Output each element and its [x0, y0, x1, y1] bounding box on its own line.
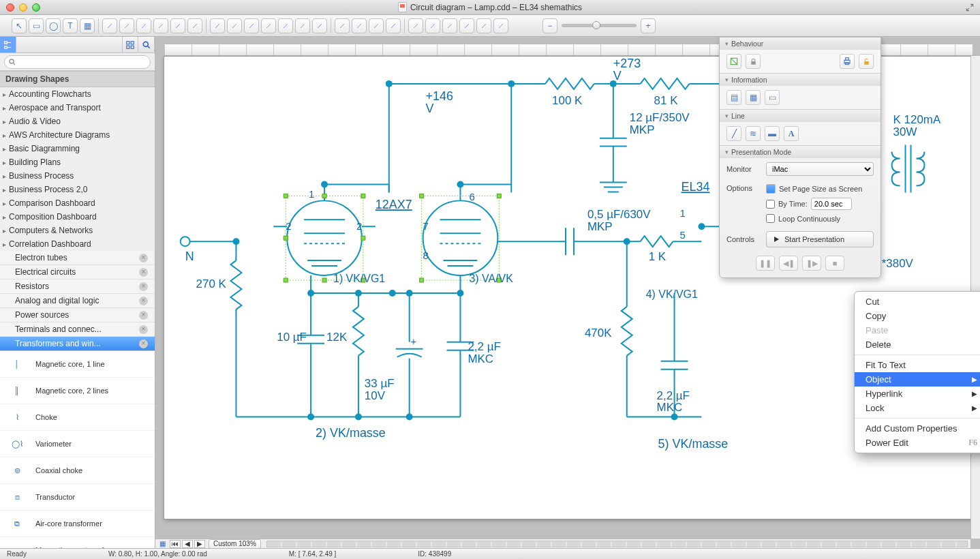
library-item[interactable]: Resistors× [0, 280, 155, 294]
line-color-icon[interactable]: ▬ [765, 126, 780, 141]
shape-item[interactable]: ⌇Choke [0, 404, 155, 431]
shape-item[interactable]: ⧉Magnetic-core transformer [0, 537, 155, 548]
tool-rectangle[interactable]: ▭ [29, 18, 44, 33]
category-item[interactable]: Basic Diagramming [0, 142, 155, 155]
shape-item[interactable]: ⧈Transductor [0, 484, 155, 511]
tool-crop[interactable]: ⟋ [459, 18, 474, 33]
sidebar-tab-tree[interactable] [0, 37, 16, 52]
prev-slide-button[interactable]: ◀❚ [779, 256, 798, 271]
lock-icon[interactable] [746, 54, 761, 69]
info-page-icon[interactable]: ▤ [726, 90, 741, 105]
stop-button[interactable]: ■ [825, 256, 844, 271]
close-library-icon[interactable]: × [139, 254, 148, 262]
menu-item-cut[interactable]: Cut [855, 294, 980, 309]
next-slide-button[interactable]: ❚▶ [802, 256, 821, 271]
minimize-window-button[interactable] [19, 3, 27, 12]
menu-item-object[interactable]: Object▶ [855, 372, 980, 387]
close-library-icon[interactable]: × [139, 339, 148, 348]
zoom-in-icon[interactable]: + [641, 18, 656, 33]
category-item[interactable]: Business Process 2,0 [0, 183, 155, 196]
sidebar-tab-grid[interactable] [122, 37, 138, 52]
fullscreen-icon[interactable] [965, 3, 975, 12]
tool-ungroup[interactable]: ⟋ [386, 18, 401, 33]
text-style-icon[interactable]: A [784, 126, 799, 141]
zoom-window-button[interactable] [32, 3, 40, 12]
library-search-input[interactable] [4, 55, 151, 69]
library-item[interactable]: Power sources× [0, 308, 155, 322]
page-first-button[interactable]: ⏮ [170, 540, 181, 548]
library-item[interactable]: Electrical circuits× [0, 265, 155, 280]
close-library-icon[interactable]: × [139, 325, 148, 334]
page-tabs-icon[interactable]: ▦ [155, 540, 169, 547]
line-weight-icon[interactable]: ≋ [746, 126, 761, 141]
category-item[interactable]: Composition Dashboard [0, 210, 155, 224]
shape-item[interactable]: │Magnetic core, 1 line [0, 351, 155, 378]
opt-page-size[interactable]: Set Page Size as Screen [766, 184, 862, 194]
tube-12ax7-left[interactable]: 1 2 2 [273, 184, 376, 282]
close-library-icon[interactable]: × [139, 311, 148, 320]
tool-connector-bezier[interactable]: ⟋ [187, 18, 202, 33]
tool-connector-rounded[interactable]: ⟋ [170, 18, 185, 33]
menu-item-power-edit[interactable]: Power EditF6 [855, 436, 980, 450]
tool-bring-front[interactable]: ⟋ [335, 18, 350, 33]
tool-connector-curve[interactable]: ⟋ [136, 18, 151, 33]
library-item[interactable]: Transformers and win...× [0, 337, 155, 350]
start-presentation-button[interactable]: Start Presentation [766, 231, 874, 247]
panel-section-information[interactable]: Information [720, 74, 881, 86]
tool-freehand[interactable]: ⟋ [295, 18, 310, 33]
tool-line[interactable]: ⟋ [210, 18, 225, 33]
category-item[interactable]: Accounting Flowcharts [0, 87, 155, 101]
shape-item[interactable]: ⊚Coaxial choke [0, 457, 155, 484]
tool-spline[interactable]: ⟋ [244, 18, 259, 33]
zoom-out-icon[interactable]: − [542, 18, 557, 33]
behaviour-resize-icon[interactable] [726, 54, 741, 69]
page-prev-button[interactable]: ◀ [182, 540, 193, 548]
tool-connector-smart[interactable]: ⟋ [102, 18, 117, 33]
tool-curve[interactable]: ⟋ [261, 18, 276, 33]
tool-ellipse[interactable]: ◯ [46, 18, 61, 33]
tool-arc[interactable]: ⟋ [227, 18, 242, 33]
panel-section-line[interactable]: Line [720, 110, 881, 122]
menu-item-hyperlink[interactable]: Hyperlink▶ [855, 387, 980, 401]
tool-dimension[interactable]: ⟋ [476, 18, 491, 33]
category-item[interactable]: Building Plans [0, 155, 155, 169]
category-item[interactable]: Audio & Video [0, 115, 155, 128]
opt-loop[interactable]: Loop Continuously [766, 214, 862, 223]
tool-polyline[interactable]: ⟋ [278, 18, 293, 33]
menu-item-lock[interactable]: Lock▶ [855, 401, 980, 415]
tool-group[interactable]: ⟋ [369, 18, 384, 33]
tool-send-back[interactable]: ⟋ [352, 18, 367, 33]
shape-item[interactable]: ◯⌇Variometer [0, 431, 155, 457]
tool-pan[interactable]: ⟋ [442, 18, 457, 33]
tool-pointer[interactable]: ↖ [12, 18, 27, 33]
category-item[interactable]: Computers & Networks [0, 224, 155, 237]
print-icon[interactable] [840, 54, 855, 69]
tool-connector-direct[interactable]: ⟋ [119, 18, 134, 33]
zoom-readout[interactable]: Custom 103% [209, 539, 261, 549]
shape-item[interactable]: ⧉Air-core transformer [0, 511, 155, 537]
category-item[interactable]: Business Process [0, 169, 155, 183]
library-item[interactable]: Electron tubes× [0, 251, 155, 265]
library-item[interactable]: Terminals and connec...× [0, 322, 155, 337]
menu-item-add-custom-properties[interactable]: Add Custom Properties [855, 421, 980, 436]
monitor-select[interactable]: iMac [766, 162, 874, 176]
page-next-button[interactable]: ▶ [194, 540, 205, 548]
category-item[interactable]: Comparison Dashboard [0, 196, 155, 210]
category-item[interactable]: Correlation Dashboard [0, 237, 155, 251]
tool-connector-arc[interactable]: ⟋ [153, 18, 168, 33]
bytime-input[interactable] [811, 198, 852, 210]
tool-eyedropper[interactable]: ⟋ [493, 18, 508, 33]
line-style-icon[interactable]: ╱ [726, 126, 741, 141]
tube-12ax7-right[interactable]: 6 7 8 [420, 184, 502, 282]
info-doc-icon[interactable]: ▭ [765, 90, 780, 105]
close-library-icon[interactable]: × [139, 268, 148, 277]
panel-section-presentation[interactable]: Presentation Mode [720, 146, 881, 158]
close-library-icon[interactable]: × [139, 282, 148, 291]
tool-text-block[interactable]: T [63, 18, 78, 33]
tool-table[interactable]: ▦ [80, 18, 95, 33]
category-item[interactable]: AWS Architecture Diagrams [0, 128, 155, 142]
sidebar-tab-search[interactable] [138, 37, 155, 52]
close-window-button[interactable] [6, 3, 14, 12]
close-library-icon[interactable]: × [139, 297, 148, 305]
menu-item-delete[interactable]: Delete [855, 337, 980, 352]
